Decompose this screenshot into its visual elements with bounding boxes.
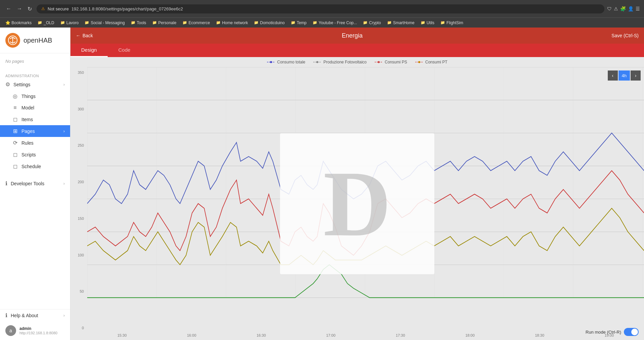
save-button[interactable]: Save (Ctrl-S) [611,33,639,38]
items-icon: ◻ [12,116,18,123]
openhab-logo-icon [5,33,20,48]
tab-design[interactable]: Design [70,44,108,57]
tab-code[interactable]: Code [108,44,141,57]
help-about-label: Help & About [11,313,38,318]
items-label: Items [21,117,33,122]
brave-shield-icon[interactable]: 🛡 [607,6,612,11]
extension-icon[interactable]: 🧩 [620,6,626,11]
svg-point-2 [270,61,272,63]
bookmark-domotics[interactable]: Domoticduino [251,20,287,26]
x-label-1830: 18:30 [535,333,544,337]
sidebar-item-scripts[interactable]: ◻ Scripts [0,149,70,160]
loading-overlay: D [280,133,434,274]
bookmark-youtube[interactable]: Youtube - Free Cop... [310,20,360,26]
legend-produzione-label: Produzione Fotovoltaico [323,60,367,64]
chart-period-button[interactable]: 4h [619,70,630,81]
user-details: admin http://192.168.1.8:8080 [19,326,57,335]
forward-nav-button[interactable]: → [15,4,24,13]
svg-point-4 [316,61,318,63]
run-mode-toggle[interactable] [624,328,639,336]
x-label-1600: 16:00 [187,333,196,337]
reload-button[interactable]: ↻ [25,4,34,13]
sidebar-item-rules[interactable]: ⟳ Rules [0,137,70,149]
rules-label: Rules [21,140,34,146]
browser-actions: 🛡 ⚠ 🧩 👤 ☰ [607,6,640,11]
bookmark-ecommerce[interactable]: Ecommerce [180,20,213,26]
brave-alert-icon[interactable]: ⚠ [614,6,618,11]
main-content: ← Back Energia Save (Ctrl-S) Design Code… [70,28,644,340]
settings-chevron: › [63,82,65,87]
sidebar: openHAB No pages Administration ⚙ Settin… [0,28,70,340]
sidebar-item-things[interactable]: ◎ Things [0,90,70,102]
profile-icon[interactable]: 👤 [628,6,634,11]
developer-tools-label: Developer Tools [11,181,44,186]
legend-consumi-ps: Consumi PS [375,60,407,64]
bookmark-tools[interactable]: Tools [128,20,149,26]
rules-icon: ⟳ [12,140,18,146]
x-label-1700: 17:00 [326,333,335,337]
bookmark-bookmarks[interactable]: ⭐ Bookmarks [3,20,34,26]
x-label-1730: 17:30 [396,333,405,337]
sidebar-developer-tools[interactable]: ℹ Developer Tools › [0,178,70,189]
schedule-icon: ◻ [12,163,18,169]
pages-chevron: › [63,129,65,134]
bookmark-home[interactable]: Home network [213,20,251,26]
schedule-label: Schedule [21,164,41,169]
help-chevron: › [63,313,65,318]
sidebar-help-about[interactable]: ℹ Help & About › [0,309,70,321]
sidebar-section-dev: ℹ Developer Tools › [0,175,70,192]
bookmark-social[interactable]: Social - Messaging [82,20,127,26]
bookmarks-bar: ⭐ Bookmarks _OLD Lavoro Social - Messagi… [0,17,644,28]
svg-point-6 [378,61,380,63]
help-icon: ℹ [5,312,7,319]
bookmark-smarthome[interactable]: SmartHome [384,20,417,26]
address-text: Not secure [48,6,69,11]
bookmark-utils[interactable]: Utils [418,20,437,26]
bookmark-personale[interactable]: Personale [150,20,179,26]
back-nav-button[interactable]: ← [4,4,13,13]
sidebar-settings[interactable]: ⚙ Settings › [0,79,70,90]
back-button[interactable]: ← Back [76,33,93,38]
legend-consumo-totale-label: Consumo totale [277,60,305,64]
bookmark-flightsim[interactable]: FlightSim [438,20,466,26]
scripts-label: Scripts [21,152,36,157]
chart-area: ‹ 4h › 350 300 250 200 150 100 50 0 [70,67,644,340]
bookmark-temp[interactable]: Temp [288,20,309,26]
dev-tools-chevron: › [63,181,65,186]
browser-nav: ← → ↻ [4,4,34,13]
sidebar-item-schedule[interactable]: ◻ Schedule [0,160,70,172]
user-info: a admin http://192.168.1.8:8080 [0,321,70,340]
chart-prev-button[interactable]: ‹ [608,70,618,81]
chart-next-button[interactable]: › [631,70,641,81]
sidebar-footer: ℹ Help & About › a admin http://192.168.… [0,309,70,340]
sidebar-item-items[interactable]: ◻ Items [0,113,70,125]
bookmark-crypto[interactable]: Crypto [360,20,383,26]
settings-label: Settings [13,82,31,87]
legend-consumi-pt-label: Consumi PT [425,60,447,64]
tab-bar: Design Code [70,44,644,57]
model-label: Model [21,105,34,110]
x-label-1800: 18:00 [465,333,475,337]
address-bar[interactable]: ⚠ Not secure 192.168.1.8:8080/settings/p… [37,4,604,13]
bookmark-old[interactable]: _OLD [35,20,57,26]
x-axis: 15:30 16:00 16:30 17:00 17:30 18:00 18:3… [87,331,644,340]
legend-produzione: Produzione Fotovoltaico [313,60,367,64]
run-mode-label: Run mode (Ctrl-R) [586,330,621,335]
x-label-1530: 15:30 [117,333,127,337]
svg-point-8 [418,61,420,63]
sidebar-item-model[interactable]: ≡ Model [0,102,70,113]
things-icon: ◎ [12,93,18,99]
sidebar-logo: openHAB [0,28,70,53]
user-avatar: a [5,325,16,336]
sidebar-section-pages: No pages [0,53,70,69]
browser-chrome: ← → ↻ ⚠ Not secure 192.168.1.8:8080/sett… [0,0,644,17]
back-label: Back [83,33,93,38]
openhab-logo-text: openHAB [23,37,52,44]
address-url: 192.168.1.8:8080/settings/pages/chart/pa… [71,6,183,11]
model-icon: ≡ [12,105,18,111]
loading-logo: D [323,157,391,251]
bookmark-lavoro[interactable]: Lavoro [58,20,82,26]
run-mode-toggle-container: Run mode (Ctrl-R) [586,328,639,336]
menu-icon[interactable]: ☰ [636,6,640,11]
sidebar-item-pages[interactable]: ⊞ Pages › [0,125,70,137]
